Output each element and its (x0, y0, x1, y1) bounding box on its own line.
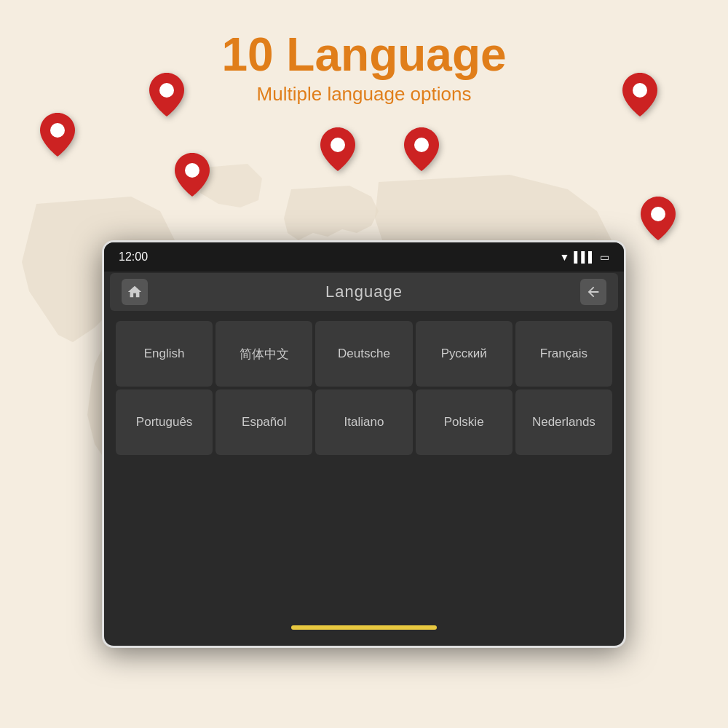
lang-btn-spanish[interactable]: Español (215, 389, 312, 455)
map-pin-2 (149, 73, 184, 119)
svg-point-2 (185, 163, 199, 178)
lang-btn-deutsche[interactable]: Deutsche (315, 321, 412, 387)
nav-bar: Language (110, 273, 618, 311)
svg-point-4 (414, 138, 429, 152)
main-title: 10 Language (0, 29, 728, 80)
map-pin-3 (175, 153, 210, 199)
device-frame: 12:00 ▼ ▌▌▌ ▭ Language English 简体中文 Deut… (102, 240, 626, 648)
lang-btn-chinese[interactable]: 简体中文 (215, 321, 312, 387)
home-button[interactable] (122, 279, 148, 305)
lang-btn-portuguese[interactable]: Português (116, 389, 213, 455)
bottom-indicator-bar (291, 625, 437, 630)
wifi-icon: ▼ (559, 251, 569, 263)
nav-title: Language (325, 282, 403, 301)
svg-point-1 (159, 83, 174, 98)
svg-point-6 (651, 207, 665, 221)
map-pin-6 (622, 73, 657, 119)
status-icons: ▼ ▌▌▌ ▭ (559, 251, 609, 263)
svg-point-5 (633, 83, 647, 98)
lang-btn-french[interactable]: Français (515, 321, 612, 387)
header-area: 10 Language Multiple language options (0, 29, 728, 106)
map-pin-4 (320, 127, 355, 174)
map-pin-5 (404, 127, 439, 174)
lang-btn-dutch[interactable]: Nederlands (515, 389, 612, 455)
language-grid: English 简体中文 Deutsche Русский Français P… (110, 315, 618, 461)
svg-point-0 (50, 123, 65, 138)
map-pin-7 (641, 197, 676, 243)
back-button[interactable] (580, 279, 606, 305)
svg-point-3 (331, 138, 345, 152)
map-pin-1 (40, 113, 75, 159)
battery-icon: ▭ (600, 251, 609, 263)
lang-btn-polish[interactable]: Polskie (416, 389, 513, 455)
lang-btn-italian[interactable]: Italiano (315, 389, 412, 455)
status-bar: 12:00 ▼ ▌▌▌ ▭ (104, 242, 624, 272)
lang-btn-russian[interactable]: Русский (416, 321, 513, 387)
signal-icon: ▌▌▌ (574, 251, 596, 263)
lang-btn-english[interactable]: English (116, 321, 213, 387)
status-time: 12:00 (119, 250, 148, 264)
main-subtitle: Multiple language options (0, 83, 728, 106)
